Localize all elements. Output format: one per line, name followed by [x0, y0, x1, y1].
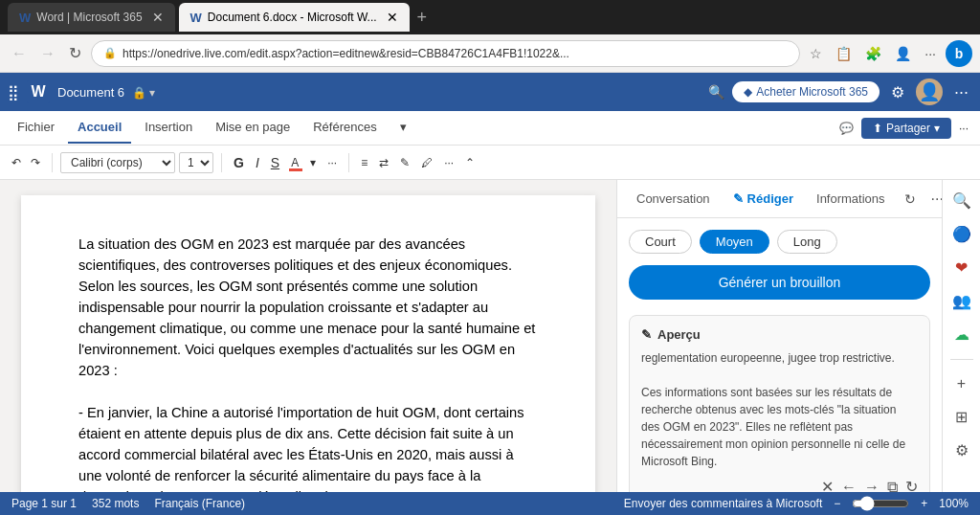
right-grid-button[interactable]: ⊞	[951, 404, 971, 430]
more-tools-button[interactable]: ···	[921, 42, 940, 65]
tab-label-document6: Document 6.docx - Microsoft W...	[208, 11, 377, 24]
length-court-button[interactable]: Court	[629, 230, 692, 254]
more-formatting-button[interactable]: ···	[440, 154, 457, 171]
color-indicator	[289, 168, 302, 171]
tab-icon-word1: W	[19, 11, 31, 25]
tab-document6[interactable]: W Document 6.docx - Microsoft W... ✕	[179, 3, 410, 32]
sidebar-tab-informations[interactable]: Informations	[809, 188, 893, 210]
bold-button[interactable]: G	[230, 153, 248, 172]
right-toolbar: 🔍 🔵 ❤ 👥 ☁ + ⊞ ⚙	[942, 180, 980, 492]
share-button[interactable]: ⬆ Partager ▾	[861, 118, 951, 139]
underline-button[interactable]: S	[267, 153, 283, 172]
search-button[interactable]: 🔍	[708, 84, 724, 100]
apercu-actions: ✕ ← → ⧉ ↻	[641, 478, 918, 492]
more-options-button[interactable]: ···	[950, 80, 972, 104]
refresh-button[interactable]: ↻	[65, 40, 85, 66]
rediger-label: Rédiger	[747, 191, 793, 206]
formatting-toolbar: ↶ ↷ Calibri (corps) 11 G I S A ▾ ··· ≡ ⇄…	[0, 146, 980, 180]
profile-icon[interactable]: 👤	[891, 42, 915, 65]
zoom-out-icon[interactable]: −	[834, 497, 840, 510]
tab-close-word365[interactable]: ✕	[152, 10, 164, 25]
tab-mise-en-page[interactable]: Mise en page	[206, 112, 300, 144]
sidebar-tab-rediger[interactable]: ✎ Rédiger	[725, 188, 801, 210]
undo-button[interactable]: ↶	[8, 154, 25, 171]
right-settings-button[interactable]: ⚙	[951, 437, 972, 463]
address-input[interactable]: 🔒 https://onedrive.live.com/edit.aspx?ac…	[91, 40, 800, 67]
indent-button[interactable]: ⇄	[375, 154, 392, 171]
apercu-header: ✎ Aperçu	[641, 327, 918, 342]
align-button[interactable]: ≡	[357, 154, 371, 171]
format-button[interactable]: 🖊	[417, 154, 436, 171]
edit-icon: ✎	[733, 191, 744, 206]
length-long-button[interactable]: Long	[777, 230, 837, 254]
tab-accueil[interactable]: Accueil	[68, 112, 131, 144]
tab-references[interactable]: Références	[303, 112, 386, 144]
collapse-button[interactable]: ⌃	[461, 154, 479, 171]
length-moyen-button[interactable]: Moyen	[700, 230, 769, 254]
collections-icon[interactable]: 📋	[832, 42, 856, 65]
bing-icon[interactable]: b	[946, 40, 972, 67]
zoom-slider[interactable]	[852, 496, 909, 511]
language: Français (France)	[154, 497, 245, 510]
doc-dropdown-icon[interactable]: ▾	[149, 86, 155, 100]
apercu-forward-button[interactable]: →	[864, 478, 880, 492]
tab-word-365[interactable]: W Word | Microsoft 365 ✕	[8, 3, 175, 32]
buy-label: Acheter Microsoft 365	[756, 85, 868, 99]
sidebar-tab-conversation[interactable]: Conversation	[629, 188, 718, 210]
more-font-button[interactable]: ···	[323, 154, 341, 171]
ribbon-tabs: Fichier Accueil Insertion Mise en page R…	[0, 111, 980, 146]
sidebar-header: Conversation ✎ Rédiger Informations ↻ ··…	[617, 180, 942, 218]
buy-microsoft365-button[interactable]: ◆ Acheter Microsoft 365	[732, 81, 880, 102]
waffle-menu-icon[interactable]: ⣿	[8, 83, 19, 101]
ribbon-overflow-button[interactable]: ···	[955, 120, 972, 137]
undo-group: ↶ ↷	[8, 154, 44, 171]
back-button[interactable]: ←	[8, 41, 31, 66]
address-bar: ← → ↻ 🔒 https://onedrive.live.com/edit.a…	[0, 34, 980, 73]
page-count: Page 1 sur 1	[11, 497, 77, 510]
apercu-close-button[interactable]: ✕	[821, 478, 834, 492]
italic-button[interactable]: I	[252, 153, 263, 172]
font-selector[interactable]: Calibri (corps)	[60, 152, 175, 173]
browser-icons: ☆ 📋 🧩 👤 ··· b	[806, 40, 972, 67]
apercu-refresh-button[interactable]: ↻	[905, 478, 918, 492]
new-tab-button[interactable]: +	[417, 8, 428, 28]
tab-insertion[interactable]: Insertion	[135, 112, 202, 144]
document-area[interactable]: La situation des OGM en 2023 est marquée…	[0, 180, 616, 492]
generate-draft-button[interactable]: Générer un brouillon	[629, 265, 930, 300]
right-teams-button[interactable]: 👥	[948, 288, 975, 314]
tab-close-document6[interactable]: ✕	[387, 10, 398, 25]
extensions-icon[interactable]: 🧩	[861, 42, 885, 65]
tab-fichier[interactable]: Fichier	[8, 112, 64, 144]
apercu-icon: ✎	[641, 327, 652, 342]
forward-button[interactable]: →	[36, 41, 59, 66]
main-content: La situation des OGM en 2023 est marquée…	[0, 180, 980, 492]
settings-button[interactable]: ⚙	[887, 81, 908, 103]
apercu-text-1: reglementation europeenne, jugee trop re…	[641, 349, 918, 367]
tab-more[interactable]: ▾	[390, 112, 416, 144]
right-bing-button[interactable]: 🔵	[948, 221, 975, 247]
font-options-button[interactable]: ▾	[306, 154, 320, 171]
avatar[interactable]: 👤	[916, 78, 943, 105]
length-options: Court Moyen Long	[629, 230, 930, 254]
comment-button[interactable]: 💬	[835, 120, 858, 137]
tab-icon-word2: W	[190, 11, 202, 25]
share-icon: ⬆	[873, 122, 882, 135]
toolbar-divider-3	[348, 153, 349, 172]
font-size-selector[interactable]: 11	[179, 152, 213, 173]
apercu-text-2: Ces informations sont basées sur les rés…	[641, 384, 918, 470]
right-onedrive-button[interactable]: ☁	[950, 322, 973, 347]
apercu-copy-button[interactable]: ⧉	[887, 478, 898, 492]
send-feedback[interactable]: Envoyer des commentaires à Microsoft	[624, 497, 822, 510]
sidebar-refresh-button[interactable]: ↻	[901, 190, 920, 209]
word-count: 352 mots	[92, 497, 139, 510]
right-search-button[interactable]: 🔍	[948, 188, 975, 213]
zoom-in-icon[interactable]: +	[921, 497, 927, 510]
right-heart-button[interactable]: ❤	[951, 255, 971, 280]
ribbon-header: ⣿ W Document 6 🔒 ▾ 🔍 ◆ Acheter Microsoft…	[0, 73, 980, 111]
right-add-button[interactable]: +	[953, 371, 969, 396]
font-color-button[interactable]: A	[287, 154, 302, 171]
redo-button[interactable]: ↷	[27, 154, 44, 171]
favorites-icon[interactable]: ☆	[806, 42, 826, 65]
highlight-button[interactable]: ✎	[396, 154, 413, 171]
apercu-back-button[interactable]: ←	[841, 478, 857, 492]
